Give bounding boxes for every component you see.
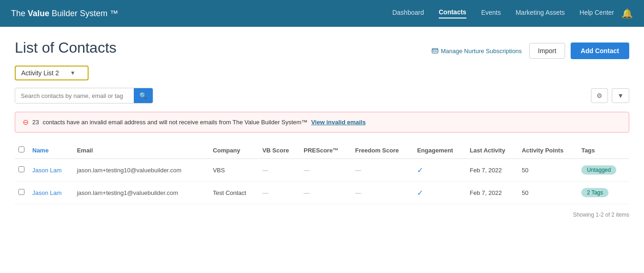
row-last-activity: Feb 7, 2022 xyxy=(466,159,518,182)
table-footer: Showing 1-2 of 2 items xyxy=(15,212,629,218)
row-prescore: — xyxy=(300,159,352,182)
select-all-header xyxy=(15,142,29,159)
select-all-checkbox[interactable] xyxy=(18,146,24,152)
search-button[interactable]: 🔍 xyxy=(134,88,153,103)
filter-icon: ▼ xyxy=(617,92,624,99)
row-email: jason.lam+testing1@valuebuilder.com xyxy=(73,182,209,204)
error-icon: ⊖ xyxy=(23,118,29,127)
alert-message: contacts have an invalid email address a… xyxy=(42,119,307,126)
row-checkbox[interactable] xyxy=(18,166,24,172)
activity-list-dropdown[interactable]: Activity List 2 ▼ xyxy=(15,66,89,80)
notification-bell-icon[interactable]: 🔔 xyxy=(621,8,633,19)
col-vbscore: VB Score xyxy=(259,142,300,159)
row-freedom-score: — xyxy=(352,159,413,182)
search-row: 🔍 ⚙ ▼ xyxy=(15,88,629,103)
activity-dropdown-wrap: Activity List 2 ▼ xyxy=(15,66,629,80)
invalid-email-alert: ⊖ 23 contacts have an invalid email addr… xyxy=(15,112,629,133)
table-body: Jason Lam jason.lam+testing10@valuebuild… xyxy=(15,159,629,204)
row-name: Jason Lam xyxy=(29,182,73,204)
contact-name-link[interactable]: Jason Lam xyxy=(32,189,62,196)
page-header: List of Contacts Manage Nurture Subscrip… xyxy=(15,40,629,59)
row-tags: 2 Tags xyxy=(578,182,629,204)
search-right-actions: ⚙ ▼ xyxy=(591,88,629,103)
filter-button[interactable]: ▼ xyxy=(612,88,629,103)
nurture-icon xyxy=(431,47,439,55)
add-contact-button[interactable]: Add Contact xyxy=(571,42,629,59)
svg-rect-0 xyxy=(432,49,438,53)
row-vbscore: — xyxy=(259,159,300,182)
contacts-table: Name Email Company VB Score PREScore™ Fr… xyxy=(15,142,629,204)
row-activity-points: 50 xyxy=(518,159,578,182)
gear-icon: ⚙ xyxy=(596,92,602,99)
col-prescore: PREScore™ xyxy=(300,142,352,159)
row-activity-points: 50 xyxy=(518,182,578,204)
row-prescore: — xyxy=(300,182,352,204)
svg-point-1 xyxy=(433,51,434,52)
header-actions: Manage Nurture Subscriptions Import Add … xyxy=(431,42,630,59)
alert-count: 23 xyxy=(32,119,39,126)
search-input-wrap: 🔍 xyxy=(15,88,153,103)
row-vbscore: — xyxy=(259,182,300,204)
table-row: Jason Lam jason.lam+testing10@valuebuild… xyxy=(15,159,629,182)
row-checkbox-cell xyxy=(15,159,29,182)
tag-badge[interactable]: 2 Tags xyxy=(581,188,608,197)
search-input[interactable] xyxy=(15,88,134,103)
dropdown-selected-label: Activity List 2 xyxy=(21,69,59,77)
nav-links: Dashboard Contacts Events Marketing Asse… xyxy=(392,8,614,18)
col-freedom-score: Freedom Score xyxy=(352,142,413,159)
nav-dashboard[interactable]: Dashboard xyxy=(392,9,424,18)
nav-help-center[interactable]: Help Center xyxy=(579,9,614,18)
col-engagement: Engagement xyxy=(413,142,466,159)
row-tags: Untagged xyxy=(578,159,629,182)
manage-nurture-link[interactable]: Manage Nurture Subscriptions xyxy=(431,47,522,55)
row-freedom-score: — xyxy=(352,182,413,204)
page-content: List of Contacts Manage Nurture Subscrip… xyxy=(0,27,644,273)
row-email: jason.lam+testing10@valuebuilder.com xyxy=(73,159,209,182)
table-header: Name Email Company VB Score PREScore™ Fr… xyxy=(15,142,629,159)
contact-name-link[interactable]: Jason Lam xyxy=(32,167,62,174)
engagement-check-icon: ✓ xyxy=(417,166,423,174)
page-title: List of Contacts xyxy=(15,40,117,56)
col-email: Email xyxy=(73,142,209,159)
nav-contacts[interactable]: Contacts xyxy=(439,8,466,18)
import-button[interactable]: Import xyxy=(529,43,565,59)
tag-badge[interactable]: Untagged xyxy=(581,165,616,175)
row-name: Jason Lam xyxy=(29,159,73,182)
settings-button[interactable]: ⚙ xyxy=(591,88,608,103)
row-engagement: ✓ xyxy=(413,159,466,182)
row-company: Test Contact xyxy=(209,182,258,204)
nav-events[interactable]: Events xyxy=(481,9,501,18)
chevron-down-icon: ▼ xyxy=(70,70,76,76)
row-engagement: ✓ xyxy=(413,182,466,204)
col-last-activity: Last Activity xyxy=(466,142,518,159)
row-company: VBS xyxy=(209,159,258,182)
row-checkbox[interactable] xyxy=(18,189,24,195)
row-last-activity: Feb 7, 2022 xyxy=(466,182,518,204)
view-invalid-emails-link[interactable]: View invalid emails xyxy=(311,119,365,126)
brand: The Value Builder System ™ xyxy=(11,9,392,18)
col-company: Company xyxy=(209,142,258,159)
col-activity-points: Activity Points xyxy=(518,142,578,159)
nav-marketing-assets[interactable]: Marketing Assets xyxy=(516,9,565,18)
pagination-info: Showing 1-2 of 2 items xyxy=(573,212,629,218)
navbar: The Value Builder System ™ Dashboard Con… xyxy=(0,0,644,27)
col-name: Name xyxy=(29,142,73,159)
row-checkbox-cell xyxy=(15,182,29,204)
engagement-check-icon: ✓ xyxy=(417,189,423,197)
col-tags: Tags xyxy=(578,142,629,159)
search-icon: 🔍 xyxy=(139,92,147,99)
table-row: Jason Lam jason.lam+testing1@valuebuilde… xyxy=(15,182,629,204)
